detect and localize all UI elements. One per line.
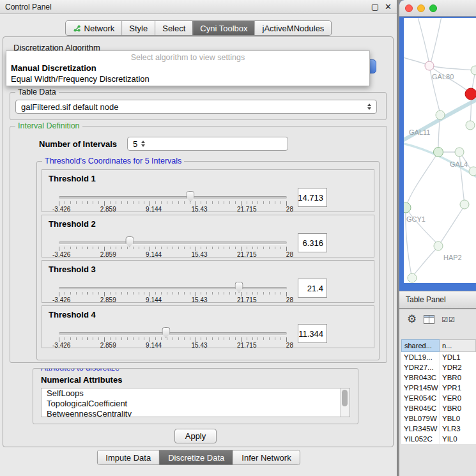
node-label: GAL4 — [450, 160, 468, 168]
slider-track[interactable] — [59, 196, 287, 199]
threshold-3-value-field[interactable]: 21.4 — [298, 279, 327, 298]
network-node-selected-red[interactable] — [465, 88, 476, 100]
zoom-traffic-light[interactable] — [429, 4, 437, 12]
slider-thumb[interactable] — [186, 191, 194, 202]
table-row[interactable]: YBR043C YBR0 — [401, 372, 476, 383]
table-row[interactable]: YDR27... YDR2 — [401, 362, 476, 372]
list-item[interactable]: SelfLoops — [42, 388, 349, 399]
table-panel-title: Table Panel — [406, 295, 446, 304]
table-data-combobox[interactable]: galFiltered.sif default node — [15, 100, 377, 114]
threshold-2-value-field[interactable]: 6.316 — [298, 233, 327, 252]
tab-select-label: Select — [162, 24, 185, 33]
table-cell[interactable]: YBL079W — [401, 413, 440, 424]
threshold-4-slider[interactable]: -3.426 2.859 9.144 15.43 21.715 28 — [59, 326, 287, 348]
table-cell[interactable]: YDR2 — [440, 362, 476, 372]
network-node[interactable] — [408, 273, 417, 282]
table-cell[interactable]: YER0 — [440, 393, 476, 403]
table-cell[interactable]: YPR1 — [440, 383, 476, 393]
control-panel-titlebar[interactable]: Control Panel ▢ ✕ — [0, 0, 397, 14]
checkbox-icons[interactable]: ☑☑ — [441, 316, 456, 324]
column-header-name[interactable]: n... — [440, 339, 476, 352]
scale-label: 15.43 — [192, 251, 208, 258]
table-cell[interactable]: YPR145W — [401, 383, 440, 393]
threshold-4-value-field[interactable]: 11.344 — [298, 324, 327, 343]
tab-cyni-toolbox[interactable]: Cyni Toolbox — [192, 21, 254, 35]
scrollbar-thumb[interactable] — [342, 390, 348, 406]
attributes-list[interactable]: SelfLoops TopologicalCoefficient Between… — [41, 388, 350, 417]
table-cell[interactable]: YDL19... — [401, 352, 440, 362]
network-node[interactable] — [434, 148, 443, 157]
table-row[interactable]: YBR045C YBR0 — [401, 403, 476, 413]
threshold-3-slider[interactable]: -3.426 2.859 9.144 15.43 21.715 28 — [59, 281, 287, 303]
table-row[interactable]: YDL19... YDL1 — [401, 352, 476, 362]
tab-jactivemnodules[interactable]: jActiveMNodules — [255, 21, 332, 35]
network-node[interactable] — [469, 167, 476, 176]
algorithm-option-manual[interactable]: Manual Discretization — [6, 63, 369, 73]
scale-label: 21.715 — [237, 342, 257, 349]
float-window-icon[interactable]: ▢ — [371, 2, 379, 12]
slider-thumb[interactable] — [235, 282, 243, 293]
table-cell[interactable]: YBR045C — [401, 403, 440, 413]
table-cell[interactable]: YBL0 — [440, 413, 476, 424]
slider-thumb[interactable] — [162, 327, 170, 338]
table-cell[interactable]: YDR27... — [401, 362, 440, 372]
threshold-2-slider[interactable]: -3.426 2.859 9.144 15.43 21.715 28 — [59, 236, 287, 257]
control-panel-tab-bar: Network Style Select Cyni Toolbox jActiv… — [65, 20, 332, 36]
tab-style[interactable]: Style — [121, 21, 155, 35]
table-cell[interactable]: YBR043C — [401, 372, 440, 383]
threshold-1-label: Threshold 1 — [49, 174, 96, 183]
node-label: GCY1 — [406, 215, 426, 223]
network-canvas[interactable]: GAL80 GAL11 GAL4 GCY1 HAP2 — [404, 18, 476, 283]
settings-gear-icon[interactable]: ⚙ — [407, 313, 417, 326]
table-cell[interactable]: YLR3 — [440, 424, 476, 434]
slider-thumb[interactable] — [125, 236, 134, 247]
network-node[interactable] — [455, 148, 464, 157]
network-node[interactable] — [471, 66, 476, 75]
list-scrollbar[interactable] — [340, 388, 349, 417]
minimize-traffic-light[interactable] — [417, 4, 425, 12]
table-row[interactable]: YPR145W YPR1 — [401, 383, 476, 393]
table-columns-icon[interactable] — [424, 315, 434, 324]
close-icon[interactable]: ✕ — [385, 2, 392, 12]
apply-button[interactable]: Apply — [174, 429, 217, 443]
network-node[interactable] — [436, 111, 445, 119]
table-cell[interactable]: YDL1 — [440, 352, 476, 362]
threshold-1-slider[interactable]: -3.426 2.859 9.144 15.43 21.715 28 — [59, 190, 287, 212]
tab-discretize-data[interactable]: Discretize Data — [159, 450, 233, 464]
slider-track[interactable] — [59, 242, 287, 245]
network-node[interactable] — [460, 200, 469, 209]
network-nodes[interactable] — [404, 61, 476, 282]
number-of-intervals-combobox[interactable]: 5 — [127, 137, 288, 151]
table-row[interactable]: YLR345W YLR3 — [401, 424, 476, 434]
network-node[interactable] — [404, 203, 411, 213]
table-cell[interactable]: YBR0 — [440, 372, 476, 383]
tab-infer-network[interactable]: Infer Network — [233, 450, 299, 464]
table-panel-body: ⚙ ☑☑ shared... n... YDL19... YDL1 YDR27.… — [399, 309, 476, 476]
tab-impute-data[interactable]: Impute Data — [97, 450, 159, 464]
network-node[interactable] — [434, 242, 443, 250]
table-cell[interactable]: YBR0 — [440, 403, 476, 413]
table-row[interactable]: YIL052C YIL0 — [401, 434, 476, 444]
list-item[interactable]: TopologicalCoefficient — [42, 399, 349, 409]
table-cell[interactable]: YIL052C — [401, 434, 440, 444]
number-of-intervals-label: Number of Intervals — [39, 139, 117, 149]
list-item[interactable]: BetweennessCentrality — [42, 409, 349, 417]
network-node[interactable] — [425, 61, 434, 70]
table-cell[interactable]: YER054C — [401, 393, 440, 403]
table-row[interactable]: YER054C YER0 — [401, 393, 476, 403]
close-traffic-light[interactable] — [405, 4, 413, 12]
tab-network[interactable]: Network — [66, 21, 122, 35]
column-header-shared-name[interactable]: shared... — [401, 339, 440, 352]
table-panel-titlebar[interactable]: Table Panel — [399, 291, 476, 309]
table-cell[interactable]: YIL0 — [440, 434, 476, 444]
threshold-1-value-field[interactable]: 14.713 — [298, 188, 327, 207]
table-cell[interactable]: YLR345W — [401, 424, 440, 434]
network-node[interactable] — [466, 121, 475, 130]
algorithm-option-equal-width[interactable]: Equal Width/Frequency Discretization — [6, 73, 369, 84]
tab-select[interactable]: Select — [155, 21, 192, 35]
scale-label: 28 — [286, 206, 293, 213]
slider-track[interactable] — [59, 332, 287, 335]
slider-track[interactable] — [59, 287, 287, 290]
network-window-titlebar[interactable] — [399, 0, 476, 17]
table-row[interactable]: YBL079W YBL0 — [401, 413, 476, 424]
